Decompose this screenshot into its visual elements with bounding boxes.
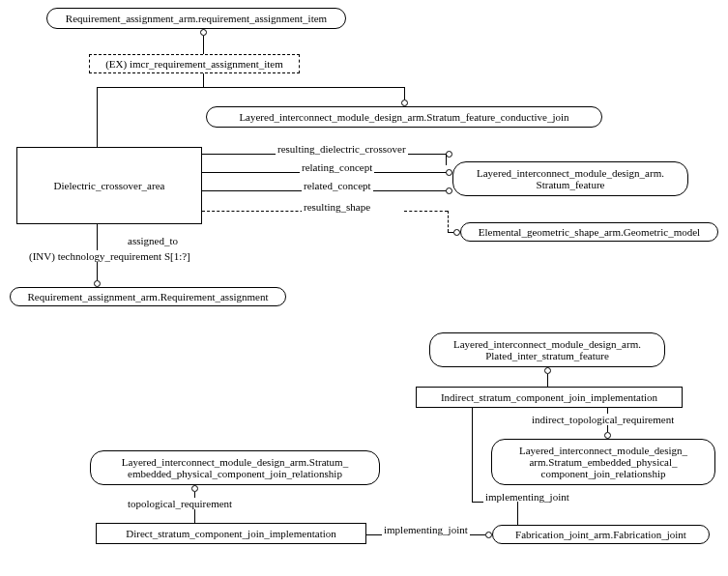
- label-inv-tech: (INV) technology_requirement S[1:?]: [27, 250, 192, 262]
- label-resulting-shape: resulting_shape: [302, 201, 372, 213]
- text-indirect-stratum: Indirect_stratum_component_join_implemen…: [441, 391, 657, 403]
- text-direct-stratum: Direct_stratum_component_join_implementa…: [126, 528, 336, 539]
- circle: [544, 367, 551, 374]
- box-req-assignment-item: Requirement_assignment_arm.requirement_a…: [46, 8, 346, 29]
- connector: [203, 73, 204, 87]
- text-layered-embedded-r-l3: component_join_relationship: [541, 468, 666, 479]
- connector: [97, 87, 98, 147]
- text-stratum-conductive-join: Layered_interconnect_module_design_arm.S…: [239, 111, 568, 123]
- text-req-assignment: Requirement_assignment_arm.Requirement_a…: [28, 291, 269, 302]
- box-plated-inter: Layered_interconnect_module_design_arm. …: [429, 332, 665, 367]
- text-plated-inter-l2: Plated_inter_stratum_feature: [485, 350, 609, 361]
- connector: [203, 36, 204, 54]
- box-ex-imcr: (EX) imcr_requirement_assignment_item: [89, 54, 300, 73]
- circle: [401, 100, 408, 106]
- text-stratum-feature-l2: Stratum_feature: [537, 179, 605, 190]
- text-stratum-feature-l1: Layered_interconnect_module_design_arm.: [477, 167, 664, 179]
- box-fabrication-joint: Fabrication_joint_arm.Fabrication_joint: [492, 525, 710, 544]
- circle: [446, 169, 452, 176]
- connector: [517, 502, 518, 527]
- box-req-assignment: Requirement_assignment_arm.Requirement_a…: [10, 287, 286, 306]
- text-layered-embedded-l-l1: Layered_interconnect_module_design_arm.S…: [122, 456, 348, 468]
- text-fabrication-joint: Fabrication_joint_arm.Fabrication_joint: [515, 529, 686, 540]
- box-layered-embedded-right: Layered_interconnect_module_design_ arm.…: [491, 439, 715, 485]
- label-related-concept: related_concept: [302, 180, 373, 191]
- circle: [453, 229, 460, 236]
- connector: [472, 408, 473, 502]
- circle: [200, 29, 207, 36]
- text-dielectric-crossover: Dielectric_crossover_area: [54, 180, 165, 191]
- text-req-assignment-item: Requirement_assignment_arm.requirement_a…: [66, 13, 327, 24]
- text-plated-inter-l1: Layered_interconnect_module_design_arm.: [453, 338, 641, 350]
- connector-dashed: [448, 211, 449, 232]
- box-dielectric-crossover: Dielectric_crossover_area: [16, 147, 202, 224]
- label-resulting-dielectric: resulting_dielectric_crossover: [276, 143, 408, 155]
- connector: [97, 87, 404, 88]
- box-elemental-geometric: Elemental_geometric_shape_arm.Geometric_…: [460, 222, 718, 242]
- label-relating-concept: relating_concept: [300, 161, 374, 173]
- connector-dashed: [404, 211, 448, 212]
- circle: [94, 280, 101, 287]
- circle: [191, 485, 198, 492]
- box-layered-embedded-left: Layered_interconnect_module_design_arm.S…: [90, 450, 380, 485]
- box-stratum-feature: Layered_interconnect_module_design_arm. …: [452, 161, 688, 196]
- box-direct-stratum: Direct_stratum_component_join_implementa…: [96, 523, 366, 544]
- text-layered-embedded-r-l2: arm.Stratum_embedded_physical_: [529, 456, 677, 468]
- text-elemental-geometric: Elemental_geometric_shape_arm.Geometric_…: [479, 226, 700, 238]
- label-indirect-topological: indirect_topological_requirement: [530, 414, 676, 425]
- label-implementing-joint2: implementing_joint: [382, 524, 470, 535]
- circle: [604, 432, 611, 439]
- box-indirect-stratum: Indirect_stratum_component_join_implemen…: [416, 387, 683, 408]
- text-layered-embedded-r-l1: Layered_interconnect_module_design_: [519, 445, 687, 456]
- box-stratum-conductive-join: Layered_interconnect_module_design_arm.S…: [206, 106, 602, 128]
- circle: [446, 187, 452, 194]
- text-ex-imcr: (EX) imcr_requirement_assignment_item: [105, 58, 283, 70]
- connector: [404, 87, 405, 100]
- label-implementing-joint1: implementing_joint: [483, 491, 571, 503]
- connector: [547, 374, 548, 387]
- circle: [446, 151, 452, 158]
- label-topological-req: topological_requirement: [126, 498, 234, 509]
- text-layered-embedded-l-l2: embedded_physical_component_join_relatio…: [128, 468, 342, 479]
- connector: [446, 154, 447, 165]
- label-assigned-to: assigned_to: [126, 235, 180, 246]
- circle: [485, 532, 492, 538]
